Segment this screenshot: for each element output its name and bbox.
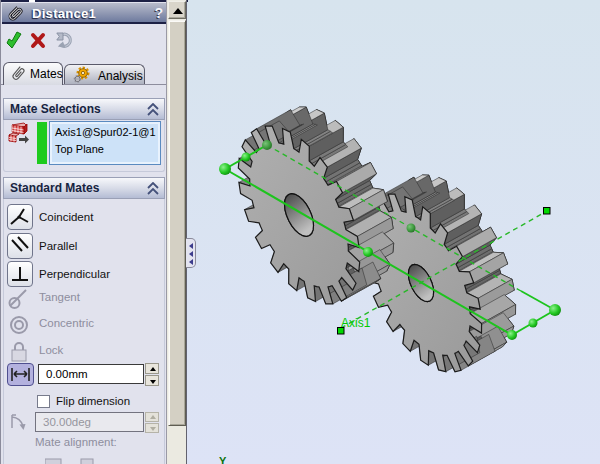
svg-text:Axis1: Axis1	[341, 316, 371, 330]
svg-text:Y: Y	[219, 455, 227, 464]
